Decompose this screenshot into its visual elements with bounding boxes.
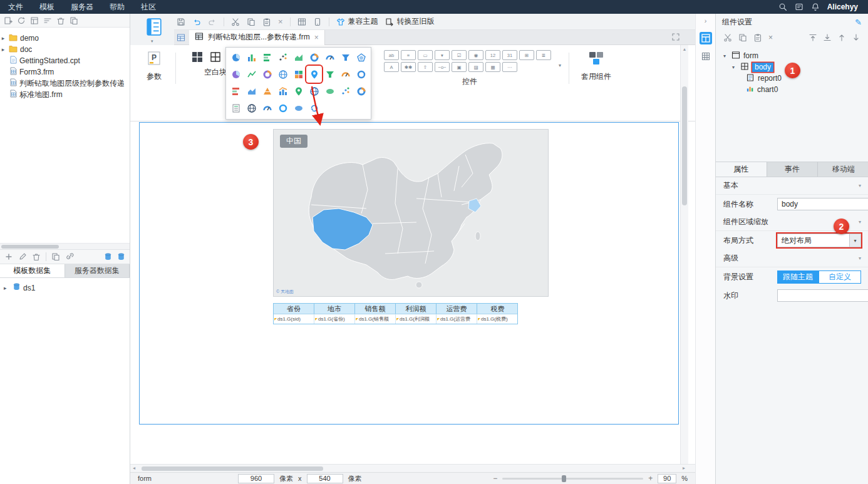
- expand-icon[interactable]: ▸: [0, 35, 6, 41]
- canvas-horizontal-scrollbar[interactable]: ◂ ▸: [130, 464, 695, 472]
- reuse-component-section[interactable]: 套用组件: [576, 51, 616, 82]
- redo-icon[interactable]: [208, 18, 217, 26]
- feedback-icon[interactable]: [795, 3, 803, 11]
- number-widget-icon[interactable]: 12: [485, 50, 500, 60]
- collapse-panel-icon[interactable]: ›: [696, 14, 715, 24]
- donut-chart-icon[interactable]: [306, 49, 322, 66]
- report-block-chart-icon[interactable]: [228, 100, 244, 116]
- copy-icon[interactable]: [738, 33, 747, 42]
- range-area-chart-icon[interactable]: [244, 83, 259, 100]
- heatmap-chart-icon[interactable]: [291, 66, 306, 83]
- component-name-input[interactable]: [777, 198, 868, 210]
- paste-icon[interactable]: [753, 33, 762, 42]
- bubble-chart-icon[interactable]: [338, 83, 353, 100]
- globe-chart-icon[interactable]: [275, 66, 291, 83]
- send-to-bottom-icon[interactable]: [823, 33, 832, 42]
- section-advanced[interactable]: 高级 ▾: [716, 250, 868, 267]
- parameter-pane-icon[interactable]: P: [148, 51, 160, 67]
- area-chart-icon[interactable]: [291, 49, 306, 66]
- tab-block-icon[interactable]: [192, 51, 203, 63]
- image-widget-icon[interactable]: ▨: [468, 62, 483, 72]
- column-header[interactable]: 利润额: [396, 304, 437, 314]
- parameter-section[interactable]: P 参数: [139, 51, 169, 82]
- canvas-width-input[interactable]: [238, 474, 274, 483]
- form-body[interactable]: 中国: [139, 122, 679, 425]
- watermark-input[interactable]: [777, 289, 868, 302]
- template-panel-toggle-icon[interactable]: [147, 18, 162, 38]
- column-header[interactable]: 运营费: [437, 304, 477, 314]
- design-canvas[interactable]: 中国: [130, 121, 695, 464]
- collapse-icon[interactable]: ▾: [723, 53, 728, 59]
- scrollbar-thumb[interactable]: [682, 86, 687, 205]
- zoom-slider[interactable]: [502, 478, 643, 480]
- cut-icon[interactable]: [231, 18, 240, 26]
- funnel3d-chart-icon[interactable]: [322, 66, 338, 83]
- section-basic[interactable]: 基本 ▾: [716, 177, 868, 195]
- menu-template[interactable]: 模板: [31, 0, 63, 14]
- tab-mobile[interactable]: 移动端: [818, 162, 868, 177]
- formula-cell[interactable]: ds1.G(销售额: [355, 314, 396, 324]
- username[interactable]: Alicehyy: [827, 3, 858, 11]
- bell-icon[interactable]: [811, 3, 820, 11]
- password-widget-icon[interactable]: ✱✱: [401, 62, 416, 72]
- chevron-down-icon[interactable]: ▾: [151, 39, 153, 44]
- dropdown-caret-icon[interactable]: ▾: [849, 234, 860, 247]
- paste-icon[interactable]: [262, 18, 271, 26]
- db-manage-icon[interactable]: [117, 252, 125, 261]
- edit-pencil-icon[interactable]: ✎: [855, 18, 862, 27]
- meter-chart-icon[interactable]: [259, 100, 275, 116]
- scrollbar-thumb[interactable]: [1, 245, 59, 249]
- menu-file[interactable]: 文件: [0, 0, 31, 14]
- ring-chart-icon[interactable]: [275, 100, 291, 116]
- view-mode-icon[interactable]: [30, 16, 39, 25]
- combo-chart-icon[interactable]: [275, 83, 291, 100]
- delete-icon[interactable]: ×: [768, 33, 773, 42]
- formula-cell[interactable]: ds1.G(利润额: [396, 314, 437, 324]
- list-widget-icon[interactable]: ≣: [536, 50, 551, 60]
- edit-dataset-icon[interactable]: [18, 252, 27, 261]
- db-query-icon[interactable]: [104, 252, 112, 261]
- date-widget-icon[interactable]: 31: [502, 50, 517, 60]
- menu-server[interactable]: 服务器: [63, 0, 101, 14]
- label-widget-icon[interactable]: A: [384, 62, 399, 72]
- component-settings-toggle-icon[interactable]: [700, 32, 712, 44]
- maximize-icon[interactable]: [671, 33, 680, 43]
- layout-mode-dropdown[interactable]: 绝对布局 ▾: [777, 234, 861, 247]
- expand-icon[interactable]: ▸: [4, 285, 10, 291]
- compat-theme-button[interactable]: 兼容主题: [336, 16, 378, 27]
- document-tab[interactable]: 判断钻取地图层...参数传递.frm ×: [189, 30, 325, 45]
- pie-chart-icon[interactable]: [228, 49, 244, 66]
- refresh-icon[interactable]: [17, 16, 26, 25]
- text-widget-icon[interactable]: ab: [384, 50, 399, 60]
- sort-icon[interactable]: [43, 16, 52, 25]
- tab-template-dataset[interactable]: 模板数据集: [0, 264, 65, 277]
- delete-icon[interactable]: ×: [278, 17, 283, 26]
- menu-help[interactable]: 帮助: [101, 0, 133, 14]
- drill-map-chart-icon[interactable]: [291, 83, 306, 100]
- multi-pie-chart-icon[interactable]: [259, 66, 275, 83]
- chevron-down-icon[interactable]: ▾: [859, 219, 861, 225]
- selected-component-body[interactable]: body: [752, 63, 773, 72]
- component-library-toggle-icon[interactable]: [700, 52, 712, 61]
- search-icon[interactable]: [778, 3, 787, 11]
- column-header[interactable]: 省份: [274, 304, 314, 314]
- move-up-icon[interactable]: [837, 33, 846, 42]
- tree-horizontal-scrollbar[interactable]: [0, 243, 130, 249]
- more-widget-icon[interactable]: ⋯: [502, 62, 517, 72]
- report-table-widget[interactable]: 省份 地市 销售额 利润额 运营费 税费 ds1.G(sid) ds1.G(省份…: [273, 303, 518, 324]
- link-dataset-icon[interactable]: [65, 252, 74, 261]
- earth-chart-icon[interactable]: [244, 100, 259, 116]
- collapse-icon[interactable]: ▾: [732, 64, 737, 70]
- column-header[interactable]: 销售额: [355, 304, 396, 314]
- controls-dropdown-icon[interactable]: ▾: [559, 63, 561, 68]
- radio-widget-icon[interactable]: ◉: [468, 50, 483, 60]
- bring-to-top-icon[interactable]: [809, 33, 817, 42]
- formula-cell[interactable]: ds1.G(省份): [314, 314, 355, 324]
- preview-grid-icon[interactable]: [297, 18, 306, 26]
- world-map-chart-icon[interactable]: [306, 83, 322, 100]
- zoom-in-button[interactable]: +: [648, 474, 653, 483]
- formula-cell[interactable]: ds1.G(运营费: [437, 314, 477, 324]
- word-cloud-chart-icon[interactable]: [322, 83, 338, 100]
- spiral-chart-icon[interactable]: [353, 66, 369, 83]
- pyramid-chart-icon[interactable]: [259, 83, 275, 100]
